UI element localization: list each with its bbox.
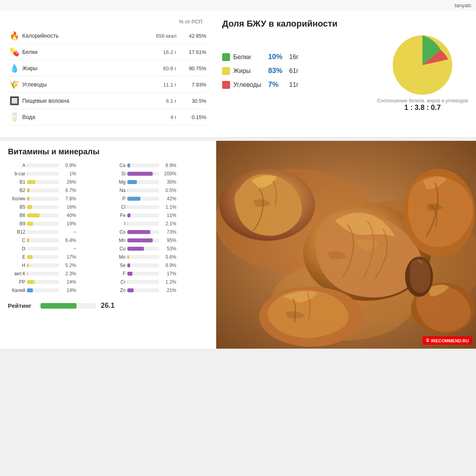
- nutrition-row: 💊 Белки 16.2 г 17.61%: [8, 44, 206, 60]
- nutrition-percent: 42.85%: [177, 33, 206, 39]
- nutrition-icon: 🌾: [8, 80, 21, 89]
- vitamin-name: Cr: [108, 279, 127, 285]
- vitamin-percent: 19%: [59, 221, 76, 226]
- vitamin-row: B2 6.7%: [8, 188, 108, 193]
- vitamin-bar: [27, 213, 40, 217]
- vitamin-percent: 11%: [159, 213, 177, 218]
- bju-percent: 7%: [268, 81, 286, 89]
- vitamin-row: Cr 1.2%: [108, 279, 209, 285]
- nutrition-percent: 17.61%: [177, 49, 206, 55]
- vitamin-name: B6: [8, 213, 27, 218]
- vitamin-row: Zn 21%: [108, 288, 209, 293]
- vitamin-name: Mo: [108, 254, 127, 260]
- vitamin-percent: 1.2%: [159, 279, 177, 285]
- vitamin-bar-container: [127, 188, 159, 192]
- vitamin-bar: [127, 288, 134, 292]
- vitamin-name: A: [8, 163, 27, 168]
- recommend-badge: ① IRECOMMEND.RU: [422, 336, 472, 345]
- vitamin-percent: 42%: [159, 196, 177, 202]
- vitamin-row: Cl 1.1%: [108, 204, 209, 210]
- vitamin-row: E 17%: [8, 254, 108, 260]
- nutrition-icon: 🥛: [8, 112, 21, 122]
- rating-bar-container: [40, 303, 96, 309]
- nutrition-row: 🌾 Углеводы 11.1 г 7.93%: [8, 77, 206, 93]
- nutrition-icon: 🔲: [8, 96, 21, 106]
- vitamin-bar: [127, 280, 128, 284]
- vitamin-percent: 30%: [159, 179, 177, 185]
- vitamin-row: Калий 19%: [8, 288, 108, 293]
- vitamin-name: B2: [8, 188, 27, 193]
- vitamin-row: B6 40%: [8, 213, 108, 218]
- vitamin-bar: [27, 288, 33, 292]
- vitamin-bar: [27, 163, 27, 167]
- nutrition-row: 🥛 Вода 4 г 0.15%: [8, 109, 206, 125]
- ratio-text: Соотношение белков, жиров и углеводов: [377, 98, 468, 104]
- vitamin-bar: [27, 172, 27, 176]
- vitamin-row: Si 200%: [108, 171, 209, 177]
- username-text: tanyats: [455, 2, 471, 8]
- vitamin-row: Na 0.5%: [108, 188, 209, 193]
- vitamin-name: E: [8, 254, 27, 260]
- vitamin-bar: [27, 238, 29, 242]
- vitamin-percent: 0.9%: [59, 163, 76, 168]
- vitamin-percent: 95%: [159, 238, 177, 243]
- vitamin-name: Cu: [108, 246, 127, 251]
- bju-grams: 11г: [289, 81, 299, 88]
- bju-grams: 61г: [289, 67, 299, 75]
- nutrition-value: 4 г: [137, 114, 177, 120]
- vitamin-row: Mo 5.6%: [108, 254, 209, 260]
- vitamin-bar-container: [127, 163, 159, 167]
- vitamin-row: b-car 1%: [8, 171, 108, 177]
- vitamin-bar-container: [27, 255, 59, 259]
- bju-section: Доля БЖУ в калорийности Белки 10% 16г Жи…: [214, 15, 476, 129]
- vitamin-name: Ca: [108, 163, 127, 168]
- vitamin-percent: 8.9%: [159, 263, 177, 268]
- vitamin-percent: 200%: [159, 171, 177, 177]
- walnut-svg: [216, 141, 476, 349]
- vitamin-row: Cu 53%: [108, 246, 209, 251]
- vitamin-bar-container: [27, 180, 59, 184]
- vitamin-percent: 21%: [159, 288, 177, 293]
- vitamin-name: B9: [8, 221, 27, 226]
- nutrition-value: 11.1 г: [137, 82, 177, 88]
- vitamin-name: Se: [108, 263, 127, 268]
- vitamin-row: C 6.4%: [8, 238, 108, 243]
- vitamin-percent: 26%: [59, 179, 76, 185]
- vitamin-bar-container: [27, 213, 59, 217]
- vitamin-bar: [27, 272, 28, 276]
- vitamins-right-col: Ca 8.9% Si 200% Mg 30% Na: [108, 163, 209, 296]
- vitamin-bar: [27, 280, 35, 284]
- vitamins-section: Витамины и минералы A 0.9% b-car 1% B1: [0, 141, 216, 349]
- bju-name: Белки: [233, 54, 265, 61]
- vitamin-bar-container: [127, 222, 159, 226]
- vitamin-name: Co: [108, 229, 127, 235]
- vitamin-bar: [127, 172, 153, 176]
- nutrition-value: 16.2 г: [137, 49, 177, 55]
- vitamin-bar: [27, 188, 29, 192]
- vitamin-row: I 2.1%: [108, 221, 209, 226]
- vitamin-name: B5: [8, 204, 27, 210]
- vitamin-row: Fe 11%: [108, 213, 209, 218]
- vitamin-row: Mg 30%: [108, 179, 209, 185]
- vitamin-bar-container: [27, 205, 59, 209]
- username-bar: tanyats: [0, 0, 476, 11]
- vitamin-bar-container: [127, 238, 159, 242]
- vitamin-bar-container: [127, 255, 159, 259]
- nutrition-value: 6.1 г: [137, 98, 177, 104]
- nutrition-percent: 90.75%: [177, 65, 206, 71]
- vitamin-bar: [127, 188, 128, 192]
- vitamin-bar: [127, 205, 128, 209]
- nutrition-row: 🔲 Пищевые волокна 6.1 г 30.5%: [8, 93, 206, 109]
- vitamin-bar: [127, 272, 133, 276]
- vitamin-bar-container: [127, 247, 159, 251]
- nutrition-label: Пищевые волокна: [21, 98, 137, 104]
- vitamin-bar: [127, 255, 129, 259]
- pie-chart-area: Соотношение белков, жиров и углеводов 1 …: [377, 35, 468, 112]
- vitamin-bar-container: [27, 288, 59, 292]
- vitamin-name: PP: [8, 279, 27, 285]
- vitamin-percent: 8.9%: [159, 163, 177, 168]
- vitamin-bar-container: [127, 263, 159, 267]
- nutrition-icon: 🔥: [8, 31, 21, 40]
- vitamin-percent: 2.3%: [59, 271, 76, 276]
- vitamin-bar: [127, 197, 141, 201]
